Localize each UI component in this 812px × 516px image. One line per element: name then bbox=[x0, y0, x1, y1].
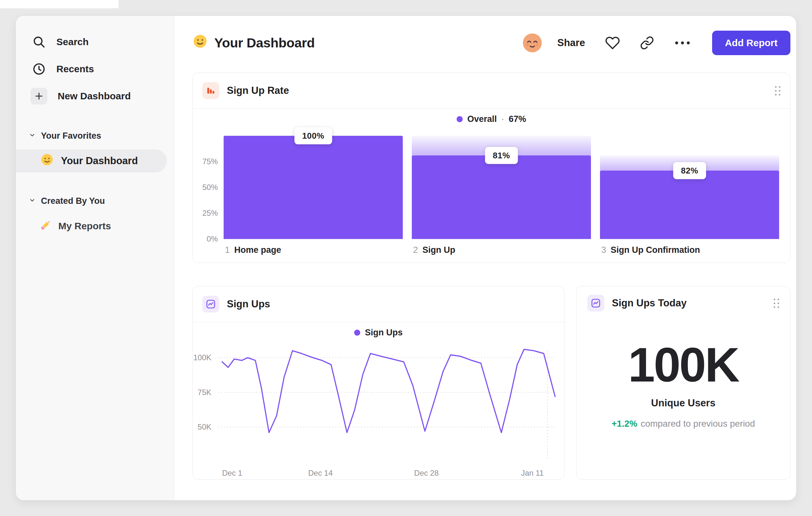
line-legend: Sign Ups bbox=[193, 322, 564, 343]
funnel-y-tick: 50% bbox=[202, 183, 218, 192]
more-options-icon[interactable] bbox=[674, 40, 691, 46]
sidebar-item-label: Your Dashboard bbox=[61, 155, 138, 167]
kpi-sublabel: Unique Users bbox=[587, 397, 779, 409]
legend-label: Sign Ups bbox=[365, 328, 402, 338]
funnel-step-name: 1Home page bbox=[224, 239, 403, 255]
app-window: Search Recents New Dashboard bbox=[16, 16, 796, 500]
clock-icon bbox=[32, 62, 46, 76]
step-index: 3 bbox=[601, 245, 606, 255]
funnel-step-name: 2Sign Up bbox=[412, 239, 591, 255]
funnel-chart-icon bbox=[202, 82, 219, 99]
sidebar-item-label: Search bbox=[56, 36, 89, 47]
kpi-value: 100K bbox=[587, 341, 779, 389]
section-your-favorites[interactable]: Your Favorites bbox=[29, 129, 174, 143]
funnel-y-tick: 75% bbox=[202, 157, 218, 166]
line-plot-area bbox=[216, 348, 556, 462]
funnel-area: 100%81%82% 1Home page2Sign Up3Sign Up Co… bbox=[224, 136, 779, 255]
add-report-button[interactable]: Add Report bbox=[712, 31, 790, 55]
card-header: Sign Ups bbox=[193, 287, 564, 322]
funnel-bar-fill bbox=[412, 156, 591, 239]
funnel-step-labels: 1Home page2Sign Up3Sign Up Confirmation bbox=[224, 239, 779, 255]
card-title: Sign Ups bbox=[227, 298, 270, 310]
funnel-bar-fill bbox=[600, 171, 779, 239]
search-icon bbox=[32, 35, 46, 49]
sidebar-item-your-dashboard[interactable]: Your Dashboard bbox=[16, 149, 167, 172]
sidebar: Search Recents New Dashboard bbox=[16, 16, 174, 500]
drag-handle-icon[interactable] bbox=[775, 86, 780, 96]
funnel-step-name: 3Sign Up Confirmation bbox=[600, 239, 779, 255]
legend-dot bbox=[457, 116, 463, 122]
pencil-icon bbox=[40, 219, 52, 234]
kpi-delta-note: compared to previous period bbox=[641, 418, 755, 429]
page-header: Your Dashboard Share bbox=[192, 29, 790, 56]
chevron-down-icon bbox=[29, 131, 36, 141]
line-x-tick: Jan 11 bbox=[521, 469, 544, 478]
plus-icon bbox=[31, 88, 47, 105]
funnel-bar-fill bbox=[224, 136, 403, 239]
window-artifact bbox=[0, 0, 119, 8]
line-y-tick: 100K bbox=[193, 353, 211, 362]
section-title: Your Favorites bbox=[41, 131, 101, 141]
funnel-bars: 100%81%82% bbox=[224, 136, 779, 239]
conversion-rate-label: 100% bbox=[294, 127, 332, 144]
step-label: Sign Up Confirmation bbox=[611, 245, 700, 255]
card-header: Sign Up Rate bbox=[193, 73, 790, 108]
page-title-text: Your Dashboard bbox=[214, 35, 315, 51]
line-x-tick: Dec 1 bbox=[222, 469, 242, 478]
sidebar-item-search[interactable]: Search bbox=[25, 31, 167, 53]
card-title: Sign Up Rate bbox=[227, 85, 289, 97]
conversion-rate-label: 81% bbox=[485, 147, 518, 164]
sidebar-item-my-reports[interactable]: My Reports bbox=[40, 217, 167, 235]
sidebar-item-label: My Reports bbox=[58, 221, 111, 232]
line-x-axis: Dec 1Dec 14Dec 28Jan 11 bbox=[216, 467, 556, 478]
step-index: 2 bbox=[413, 245, 418, 255]
sidebar-item-label: New Dashboard bbox=[58, 91, 131, 102]
legend-separator: · bbox=[501, 114, 504, 124]
kpi-delta-row: +1.2%compared to previous period bbox=[587, 418, 779, 429]
funnel-chart: 75%50%25%0% 100%81%82% 1Home page2Sign U… bbox=[202, 136, 779, 255]
main-content: Your Dashboard Share bbox=[174, 16, 796, 500]
sidebar-item-label: Recents bbox=[56, 63, 94, 75]
line-y-axis: 100K75K50K bbox=[197, 348, 213, 462]
conversion-rate-label: 82% bbox=[673, 162, 706, 179]
step-index: 1 bbox=[225, 245, 230, 255]
copy-link-icon[interactable] bbox=[640, 36, 654, 50]
sign-ups-today-card: Sign Ups Today 100K Unique Users +1.2%co… bbox=[576, 286, 790, 480]
step-label: Home page bbox=[234, 245, 281, 255]
section-created-by-you[interactable]: Created By You bbox=[29, 194, 174, 208]
kpi-delta-value: +1.2% bbox=[612, 418, 637, 429]
avatar[interactable] bbox=[522, 33, 543, 53]
legend-dot bbox=[354, 330, 360, 336]
bottom-row: Sign Ups Sign Ups 100K75K50K Dec 1Dec 14… bbox=[192, 286, 790, 480]
funnel-legend: Overall · 67% bbox=[193, 109, 790, 129]
line-x-tick: Dec 28 bbox=[414, 469, 439, 478]
share-button[interactable]: Share bbox=[557, 37, 585, 49]
card-header: Sign Ups Today bbox=[587, 287, 779, 311]
funnel-bar-step-2[interactable]: 81% bbox=[412, 136, 591, 239]
funnel-y-axis: 75%50%25%0% bbox=[202, 136, 224, 239]
step-label: Sign Up bbox=[423, 245, 455, 255]
section-title: Created By You bbox=[41, 196, 105, 206]
page-title: Your Dashboard bbox=[192, 33, 315, 52]
smiley-icon bbox=[40, 153, 54, 169]
drag-handle-icon[interactable] bbox=[774, 299, 779, 308]
funnel-y-tick: 0% bbox=[207, 235, 218, 243]
legend-label: Overall bbox=[467, 114, 497, 124]
line-chart-icon bbox=[587, 295, 604, 311]
sign-up-rate-card: Sign Up Rate Overall · 67% 75%50%25%0% 1… bbox=[192, 73, 790, 263]
line-chart-svg bbox=[216, 348, 556, 462]
funnel-bar-step-3[interactable]: 82% bbox=[600, 136, 779, 239]
smiley-icon bbox=[192, 33, 208, 52]
line-y-tick: 50K bbox=[198, 423, 211, 432]
legend-value: 67% bbox=[509, 114, 526, 124]
line-chart: 100K75K50K Dec 1Dec 14Dec 28Jan 11 bbox=[197, 348, 564, 480]
header-actions: Share Add Report bbox=[522, 31, 791, 55]
sign-ups-card: Sign Ups Sign Ups 100K75K50K Dec 1Dec 14… bbox=[192, 286, 564, 480]
favorite-heart-icon[interactable] bbox=[605, 35, 620, 50]
line-y-tick: 75K bbox=[198, 388, 211, 397]
card-title: Sign Ups Today bbox=[612, 297, 687, 309]
sidebar-item-recents[interactable]: Recents bbox=[25, 58, 167, 80]
sidebar-item-new-dashboard[interactable]: New Dashboard bbox=[25, 85, 167, 107]
funnel-bar-step-1[interactable]: 100% bbox=[224, 136, 403, 239]
line-chart-icon bbox=[202, 296, 219, 313]
